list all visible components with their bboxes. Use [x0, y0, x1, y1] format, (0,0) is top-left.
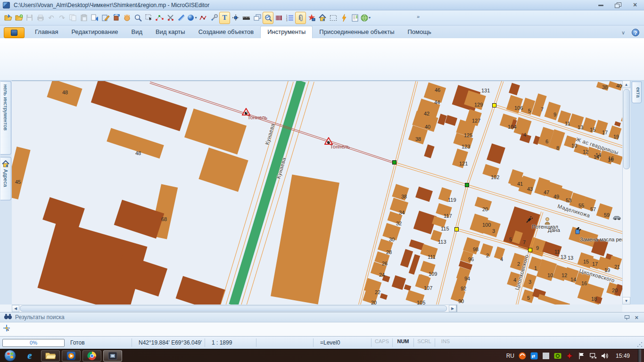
horizontal-scrollbar[interactable]: ◀ ▶ — [12, 304, 456, 312]
vertical-scroll-thumb[interactable] — [623, 89, 630, 169]
select-icon[interactable] — [143, 12, 154, 24]
tray-teamviewer[interactable]: ⇄ — [530, 352, 538, 360]
taskbar-ie[interactable]: e — [20, 350, 39, 362]
undo-icon[interactable]: ↶ — [46, 12, 57, 24]
address-icon[interactable] — [317, 12, 328, 24]
scroll-left-icon[interactable]: ◀ — [12, 305, 19, 312]
restore-button[interactable] — [615, 2, 621, 8]
tab-Создание объектов[interactable]: Создание объектов — [192, 26, 261, 38]
edit-object-icon[interactable] — [100, 12, 111, 24]
house-number: 13 — [578, 124, 583, 130]
taskbar-chrome[interactable] — [83, 350, 101, 362]
repair-tool-icon[interactable] — [208, 12, 219, 24]
taskbar-microgis[interactable] — [103, 350, 122, 362]
ruler-icon[interactable] — [241, 12, 252, 24]
svg-text:3: 3 — [286, 19, 288, 21]
tab-Помощь[interactable]: Помощь — [401, 26, 438, 38]
house-number: 113 — [438, 239, 446, 245]
horizontal-scroll-thumb[interactable] — [20, 305, 447, 312]
search-objects-icon[interactable] — [263, 12, 273, 24]
select-region-icon[interactable] — [328, 12, 339, 24]
copy-icon[interactable] — [67, 12, 78, 24]
tab-Инструменты[interactable]: Инструменты — [260, 26, 313, 38]
status-scale: 1 : 1899 — [206, 339, 255, 346]
rotate-object-icon[interactable] — [111, 12, 122, 24]
house-number: 131 — [481, 88, 490, 93]
scroll-right-icon[interactable]: ▶ — [449, 305, 456, 312]
numbered-list-icon[interactable]: 123 — [284, 12, 295, 24]
scroll-down-icon[interactable]: ▼ — [622, 297, 630, 304]
house-number: 15 — [583, 259, 589, 264]
vertical-scrollbar[interactable]: ▲ ▼ — [622, 81, 630, 304]
cut-polyline-icon[interactable] — [165, 12, 176, 24]
locate-result-icon[interactable] — [3, 325, 10, 333]
save-icon[interactable] — [24, 12, 35, 24]
tray-punto[interactable] — [566, 352, 573, 360]
show-desktop-button[interactable] — [638, 349, 641, 362]
toolbar-overflow-icon[interactable]: » — [417, 14, 419, 19]
paste-special-icon[interactable]: ✱ — [89, 12, 100, 24]
ribbon-collapse-icon[interactable]: ∨ — [621, 30, 625, 36]
minimize-button[interactable] — [598, 2, 604, 8]
tab-Присоединенные объекты[interactable]: Присоединенные объекты — [313, 26, 401, 38]
bottom-splitter[interactable] — [456, 304, 622, 312]
junction-icon[interactable] — [230, 12, 241, 24]
draw-slash-icon[interactable] — [176, 12, 187, 24]
panel-close-icon[interactable]: × — [635, 314, 638, 321]
polyline-tool-icon[interactable] — [198, 12, 208, 24]
pan-icon[interactable] — [122, 12, 132, 24]
scroll-up-icon[interactable]: ▲ — [622, 81, 630, 88]
map-canvas[interactable]: ТоннельТоннельПотенциалДанаЗамена масла … — [12, 81, 622, 304]
tray-nvidia[interactable] — [554, 352, 561, 360]
tab-Вид карты[interactable]: Вид карты — [149, 26, 192, 38]
taskbar-explorer[interactable] — [41, 350, 60, 362]
open-map-icon[interactable] — [2, 12, 13, 24]
attachments-icon[interactable] — [295, 12, 306, 24]
house-number: 59 — [604, 212, 610, 218]
house-number: 4 — [513, 277, 516, 283]
sidebar-tab-addresses[interactable]: Адреса — [0, 157, 11, 200]
paste-icon[interactable] — [78, 12, 89, 24]
report-icon[interactable] — [349, 12, 360, 24]
pin-icon[interactable] — [624, 314, 629, 320]
close-button[interactable]: × — [632, 2, 638, 8]
duplicate-window-icon[interactable] — [252, 12, 263, 24]
barcode-icon[interactable] — [273, 12, 284, 24]
tab-Вид[interactable]: Вид — [125, 26, 149, 38]
lightning-icon[interactable] — [339, 12, 349, 24]
tray-download-master[interactable] — [519, 352, 526, 360]
taskbar-wmp[interactable] — [62, 350, 81, 362]
start-button[interactable] — [1, 350, 18, 362]
house-number: 13 — [561, 254, 566, 260]
house-number: 9 — [536, 245, 539, 251]
house-number: 20 — [612, 288, 618, 293]
add-file-icon[interactable] — [13, 12, 24, 24]
tray-volume[interactable] — [601, 352, 609, 360]
app-menu-button[interactable] — [4, 27, 25, 38]
house-number: 125 — [464, 132, 472, 138]
sidebar-tab-toolbox[interactable]: нель инструментов — [0, 81, 11, 155]
resize-grip[interactable] — [636, 341, 643, 348]
sphere-icon[interactable]: ▾ — [187, 12, 198, 24]
redo-icon[interactable]: ↷ — [57, 12, 67, 24]
house-number: 53 — [566, 197, 571, 203]
tray-gray-square[interactable] — [542, 352, 550, 360]
tray-network[interactable] — [589, 352, 597, 360]
web-map-icon[interactable]: ▾ — [360, 12, 371, 24]
text-label-icon[interactable]: T — [219, 12, 230, 24]
titlebar[interactable]: C:\Users\Vovan_Alm\Desktop\Чимкент\Shimk… — [0, 0, 644, 10]
language-indicator[interactable]: RU — [506, 353, 514, 359]
edit-nodes-icon[interactable] — [154, 12, 165, 24]
object-properties-tab[interactable]: екта — [632, 82, 642, 103]
house-number: 21 — [614, 264, 620, 270]
new-poi-icon[interactable] — [306, 12, 317, 24]
zoom-icon[interactable] — [132, 12, 143, 24]
help-button[interactable]: ? — [632, 29, 639, 36]
house-number: 55 — [578, 203, 584, 208]
clock[interactable]: 15:49 — [616, 353, 630, 359]
tab-Главная[interactable]: Главная — [28, 26, 65, 38]
tab-Редактирование[interactable]: Редактирование — [65, 26, 124, 38]
tray-action-center[interactable] — [578, 352, 585, 360]
search-results-header[interactable]: Результаты поиска × — [0, 313, 644, 322]
print-icon[interactable] — [35, 12, 46, 24]
